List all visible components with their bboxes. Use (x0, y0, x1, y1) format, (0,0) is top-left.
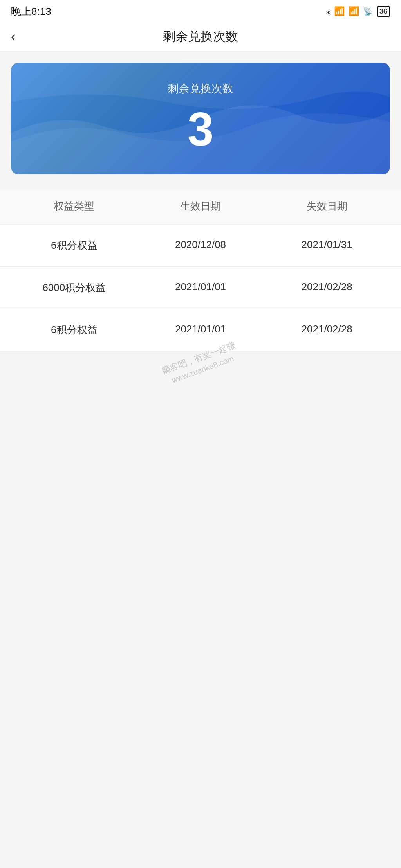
content-area (0, 351, 401, 821)
col-header-start: 生效日期 (137, 199, 264, 213)
wifi-icon: 📡 (363, 7, 373, 16)
cell-type-3: 6积分权益 (11, 323, 137, 337)
table-body: 6积分权益 2020/12/08 2021/01/31 6000积分权益 202… (0, 225, 401, 351)
cell-start-2: 2021/01/01 (137, 281, 264, 295)
table-row: 6积分权益 2021/01/01 2021/02/28 赚客吧，有奖一起赚 ww… (0, 309, 401, 351)
status-bar: 晚上8:13 ⁎ 📶 📶 📡 36 (0, 0, 401, 22)
signal-icon-2: 📶 (349, 6, 359, 16)
cell-end-3: 2021/02/28 (264, 323, 390, 337)
table-header: 权益类型 生效日期 失效日期 (0, 189, 401, 225)
col-header-end: 失效日期 (264, 199, 390, 213)
page-title: 剩余兑换次数 (163, 28, 238, 45)
signal-icon: 📶 (334, 6, 345, 16)
cell-end-2: 2021/02/28 (264, 281, 390, 295)
banner-section: 剩余兑换次数 3 (0, 52, 401, 185)
table-row: 6积分权益 2020/12/08 2021/01/31 (0, 225, 401, 267)
col-header-type: 权益类型 (11, 199, 137, 213)
cell-type-2: 6000积分权益 (11, 281, 137, 295)
table-section: 权益类型 生效日期 失效日期 6积分权益 2020/12/08 2021/01/… (0, 189, 401, 351)
cell-start-3: 2021/01/01 (137, 323, 264, 337)
back-button[interactable]: ‹ (11, 30, 16, 44)
cell-type-1: 6积分权益 (11, 239, 137, 252)
battery-icon: 36 (377, 6, 390, 17)
nav-bar: ‹ 剩余兑换次数 (0, 22, 401, 52)
banner-card: 剩余兑换次数 3 (11, 63, 390, 174)
bluetooth-icon: ⁎ (326, 7, 330, 16)
status-time: 晚上8:13 (11, 5, 51, 18)
cell-end-1: 2021/01/31 (264, 239, 390, 252)
table-row: 6000积分权益 2021/01/01 2021/02/28 (0, 267, 401, 309)
banner-label: 剩余兑换次数 (168, 81, 233, 96)
cell-start-1: 2020/12/08 (137, 239, 264, 252)
status-icons: ⁎ 📶 📶 📡 36 (326, 6, 390, 17)
battery-level: 36 (379, 7, 387, 16)
banner-count: 3 (188, 106, 214, 153)
